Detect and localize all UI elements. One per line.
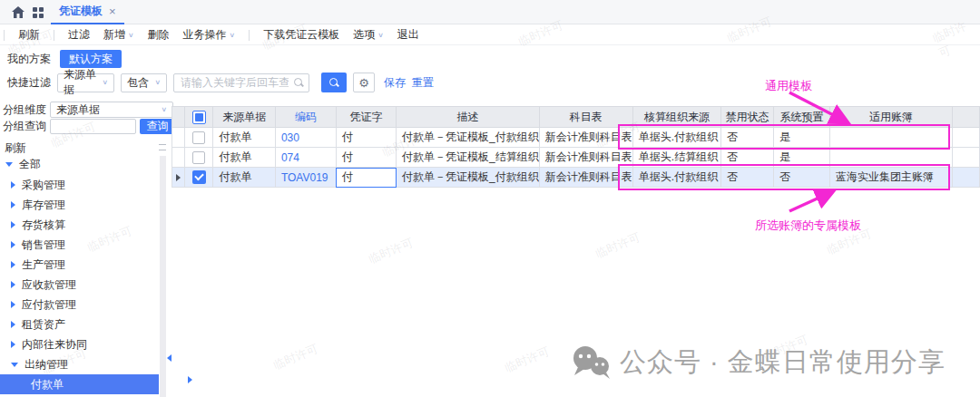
watermark-text: 临时许可 [825,226,875,258]
col-code[interactable]: 编码 [275,107,336,128]
gear-icon: ⚙ [358,76,369,90]
watermark-text: 临时许可 [593,229,643,262]
chevron-down-icon: ∨ [161,106,167,113]
code-link[interactable]: 074 [281,151,299,164]
group-query-input[interactable] [50,119,136,134]
code-link[interactable]: 030 [281,131,299,144]
code-link[interactable]: TOAV019 [281,171,328,184]
col-system-preset[interactable]: 系统预置 [774,107,830,128]
cell-source: 付款单 [213,148,275,168]
source-tree: 全部 采购管理 库存管理 存货核算 销售管理 生产管理 应收款管理 应付款管理 [0,154,159,394]
cell-source: 付款单 [213,128,275,148]
home-icon[interactable] [12,6,24,18]
watermark-text: 临时许可 [367,235,416,267]
exit-button[interactable]: 退出 [397,27,419,43]
col-description[interactable]: 描述 [397,107,540,128]
cell-account-table: 新会计准则科目表 [539,128,632,148]
table-row[interactable]: 付款单 030 付 付款单－凭证模板_付款组织 新会计准则科目表 单据头.付款组… [172,128,980,148]
col-voucher-word[interactable]: 凭证字 [336,107,396,128]
cell-voucher-word-editing[interactable]: 付 [336,168,396,188]
tree-expanded-icon [5,162,13,167]
group-dimension-row: 分组维度 来源单据 ∨ [3,102,173,118]
tree-node-production[interactable]: 生产管理 [0,255,159,275]
cell-description: 付款单－凭证模板_付款组织 [397,128,540,148]
quick-filter-row: 快捷过滤 来源单据 ∨ 包含 ∨ ⚙ 保存 重置 [0,72,434,93]
row-checkbox[interactable] [192,151,205,164]
col-org-source[interactable]: 核算组织来源 [632,107,720,128]
save-link[interactable]: 保存 [384,75,406,91]
collapse-panel-left-icon[interactable] [167,354,172,362]
cell-system-preset: 是 [774,128,830,148]
tree-node-sales[interactable]: 销售管理 [0,235,159,255]
cell-disable-status: 否 [721,148,774,168]
cell-voucher-word: 付 [336,128,396,148]
cell-code: TOAV019 [275,168,336,188]
cell-code: 074 [275,148,336,168]
toolbar-separator [54,30,54,41]
delete-button[interactable]: 删除 [148,27,170,43]
business-operations-button[interactable]: 业务操作 ∨ [183,27,236,43]
tree-node-stock-accounting[interactable]: 存货核算 [0,215,159,235]
default-scheme-button[interactable]: 默认方案 [60,50,122,68]
cell-applicable-book [829,148,952,168]
refresh-button[interactable]: 刷新 [18,27,40,43]
chevron-down-icon: ∨ [128,32,134,39]
collapse-panel-right-icon[interactable] [188,376,192,383]
col-disable-status[interactable]: 禁用状态 [721,107,774,128]
tree-node-purchase[interactable]: 采购管理 [0,175,159,195]
tree-node-receivable[interactable]: 应收款管理 [0,275,159,295]
tree-node-cashier[interactable]: 出纳管理 [0,354,159,374]
tree-node-inventory[interactable]: 库存管理 [0,195,159,215]
tree-node-payable[interactable]: 应付款管理 [0,295,159,315]
cell-description: 付款单－凭证模板_付款组织 [397,168,540,188]
col-applicable-book[interactable]: 适用账簿 [829,107,952,128]
top-tab-bar: 凭证模板 × [0,0,980,24]
panel-resize-handle[interactable] [159,144,166,150]
search-button[interactable] [321,73,347,92]
row-checkbox-checked[interactable] [192,170,206,184]
tab-title: 凭证模板 [59,4,103,19]
annotation-generic-template: 通用模板 [765,78,812,94]
table-row[interactable]: 付款单 074 付 付款单－凭证模板_结算组织 新会计准则科目表 单据头.结算组… [172,148,980,168]
apps-grid-icon[interactable] [33,7,44,18]
filter-field-select[interactable]: 来源单据 ∨ [57,73,114,92]
chevron-down-icon: ∨ [154,79,161,86]
cell-org-source: 单据头.结算组织 [632,148,720,168]
search-input[interactable] [173,73,309,92]
cell-source: 付款单 [213,168,275,188]
group-query-label: 分组查询 [3,119,46,134]
reset-link[interactable]: 重置 [412,75,434,91]
row-checkbox[interactable] [192,131,205,144]
select-all-checkbox[interactable] [192,111,206,124]
cell-disable-status: 否 [721,128,774,148]
tree-node-lease-asset[interactable]: 租赁资产 [0,315,159,334]
scheme-row: 我的方案 默认方案 [0,48,122,70]
download-cloud-template-button[interactable]: 下载凭证云模板 [263,27,339,43]
group-query-button[interactable]: 查询 [140,119,175,134]
cell-trailing [953,148,980,168]
tree-node-internal[interactable]: 内部往来协同 [0,334,159,354]
search-icon [294,78,304,88]
tree-node-payment-bill-selected[interactable]: 付款单 [0,374,159,394]
cell-account-table: 新会计准则科目表 [539,148,632,168]
cell-applicable-book [829,128,952,148]
group-dimension-select[interactable]: 来源单据 ∨ [50,102,173,118]
table-row-selected[interactable]: 付款单 TOAV019 付 付款单－凭证模板_付款组织 新会计准则科目表 单据头… [172,168,980,188]
col-source[interactable]: 来源单据 [213,107,275,128]
row-indicator-cell [172,148,185,168]
add-button[interactable]: 新增 ∨ [103,27,134,43]
filter-settings-button[interactable]: ⚙ [353,73,375,92]
tab-voucher-template[interactable]: 凭证模板 × [51,0,124,24]
chevron-down-icon: ∨ [102,79,108,86]
tab-close-icon[interactable]: × [109,5,116,18]
tree-scrollbar[interactable] [160,156,166,397]
filter-operator-select[interactable]: 包含 ∨ [121,73,167,92]
col-account-table[interactable]: 科目表 [539,107,632,128]
voucher-template-page: 凭证模板 × 刷新 过滤 新增 ∨ 删除 业务操作 ∨ 下载凭证云模板 选项 ∨… [0,0,980,397]
toolbar-separator [249,30,250,41]
toolbar: 刷新 过滤 新增 ∨ 删除 业务操作 ∨ 下载凭证云模板 选项 ∨ 退出 [0,25,980,45]
col-trailing [953,107,980,128]
options-button[interactable]: 选项 ∨ [353,27,384,43]
filter-button[interactable]: 过滤 [68,27,90,43]
tree-node-all[interactable]: 全部 [0,154,159,175]
